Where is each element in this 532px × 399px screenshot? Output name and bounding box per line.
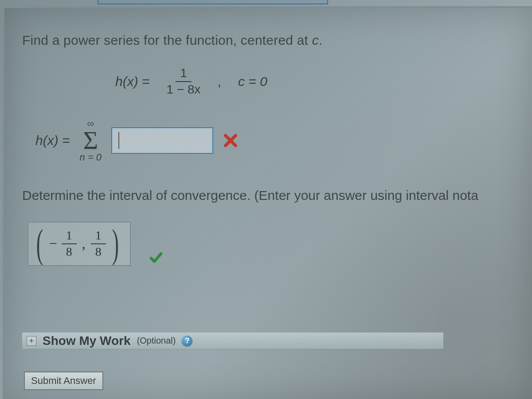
prompt-suffix: . bbox=[319, 33, 323, 47]
correct-icon bbox=[149, 251, 163, 264]
answer2-input[interactable]: ( − 1 8 , 1 8 ) bbox=[27, 222, 131, 266]
paren-open: ( bbox=[36, 229, 43, 258]
top-tab-indicator bbox=[98, 0, 328, 4]
fraction-numerator: 1 bbox=[176, 66, 192, 82]
show-my-work-bar[interactable]: + Show My Work (Optional) ? bbox=[22, 332, 443, 349]
show-my-work-optional: (Optional) bbox=[137, 336, 176, 346]
answer1-lhs: h(x) = bbox=[35, 133, 70, 148]
incorrect-icon bbox=[223, 133, 238, 148]
neg-sign: − bbox=[49, 235, 57, 252]
f2-den: 8 bbox=[95, 244, 102, 259]
answer1-input[interactable] bbox=[111, 127, 213, 154]
interval-comma: , bbox=[82, 235, 86, 252]
center-variable: c bbox=[312, 33, 319, 47]
fraction-denominator: 1 − 8x bbox=[167, 82, 201, 97]
center-equation: c = 0 bbox=[238, 74, 267, 89]
show-my-work-label: Show My Work bbox=[43, 334, 131, 348]
fraction: 1 1 − 8x bbox=[167, 66, 201, 97]
sigma-symbol: Σ bbox=[83, 128, 98, 153]
question-prompt: Find a power series for the function, ce… bbox=[22, 33, 532, 48]
f2-num: 1 bbox=[91, 229, 106, 244]
question-frame: Find a power series for the function, ce… bbox=[3, 6, 532, 399]
interval-frac-1: 1 8 bbox=[62, 229, 77, 259]
text-caret bbox=[118, 132, 119, 149]
f1-den: 8 bbox=[66, 244, 72, 259]
interval-frac-2: 1 8 bbox=[91, 229, 106, 259]
submit-answer-button[interactable]: Submit Answer bbox=[24, 372, 103, 390]
sigma-notation: ∞ Σ n = 0 bbox=[80, 119, 102, 162]
sigma-lower: n = 0 bbox=[80, 153, 102, 162]
function-lhs: h(x) = bbox=[115, 74, 150, 89]
answer-2-row: ( − 1 8 , 1 8 ) bbox=[27, 222, 532, 266]
paren-close: ) bbox=[112, 229, 118, 258]
expand-icon[interactable]: + bbox=[27, 336, 36, 346]
interval-prompt: Determine the interval of convergence. (… bbox=[22, 188, 532, 203]
f1-num: 1 bbox=[62, 229, 77, 244]
help-icon[interactable]: ? bbox=[182, 336, 192, 346]
answer-1-row: h(x) = ∞ Σ n = 0 bbox=[35, 119, 532, 162]
prompt-prefix: Find a power series for the function, ce… bbox=[22, 33, 312, 47]
given-equation: h(x) = 1 1 − 8x , c = 0 bbox=[115, 66, 532, 97]
